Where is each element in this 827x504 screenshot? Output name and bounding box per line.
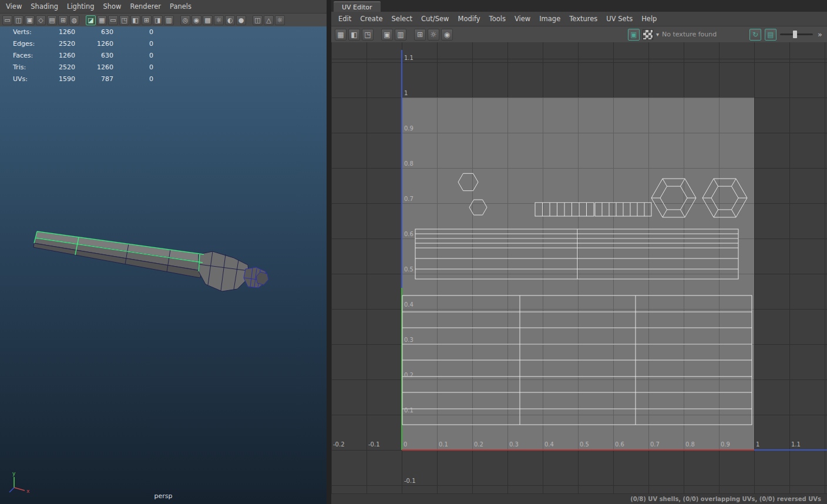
uv-grid-y-label: 0.7 <box>404 196 414 202</box>
uv-editor-toolbar: No texture found » <box>331 26 827 43</box>
uv-shell-body[interactable] <box>402 295 752 425</box>
hud-selected: 630 <box>75 50 113 62</box>
menu-lighting[interactable]: Lighting <box>67 2 94 11</box>
uv-editor-tab[interactable]: UV Editor <box>334 1 381 12</box>
hud-third: 0 <box>113 50 153 62</box>
expand-toolbar-icon[interactable]: » <box>816 30 823 39</box>
uv-grid-x-label: 0.3 <box>509 441 519 448</box>
uv-grid-x-label: 0.4 <box>544 441 554 448</box>
wireframe-display-icon[interactable] <box>180 15 190 25</box>
uv-editor-titlebar: UV Editor <box>331 0 827 12</box>
uv-shell-hex-small-1[interactable] <box>458 173 478 190</box>
uv-grid-x-label: 0.1 <box>439 441 448 448</box>
uv-shell-strip-2[interactable] <box>595 203 651 216</box>
image-controls: » <box>749 29 823 41</box>
panel-divider[interactable] <box>327 0 331 504</box>
uv-grid-x-label: 1.1 <box>791 441 801 448</box>
uv-shell-hex-small-2[interactable] <box>469 200 487 215</box>
uv-canvas[interactable]: (0/8) UV shells, (0/0) overlapping UVs, … <box>331 42 827 504</box>
uv-snapshot-icon[interactable] <box>441 29 453 41</box>
menu-uv-view[interactable]: View <box>515 15 530 23</box>
isolate-select-icon[interactable] <box>264 15 274 25</box>
uv-shell-stats: (0/8) UV shells, (0/0) overlapping UVs, … <box>630 496 821 502</box>
hud-label: Faces: <box>13 50 49 62</box>
film-gate-icon[interactable] <box>108 15 118 25</box>
menu-renderer[interactable]: Renderer <box>130 2 162 11</box>
textured-display-icon[interactable] <box>203 15 213 25</box>
border-edges-icon[interactable] <box>381 29 393 41</box>
hud-total: 1260 <box>49 50 75 62</box>
texture-borders-icon[interactable] <box>395 29 406 41</box>
uv-shell-nut-2[interactable] <box>702 179 747 217</box>
menu-show[interactable]: Show <box>103 2 122 11</box>
select-camera-icon[interactable] <box>2 15 12 25</box>
menu-textures[interactable]: Textures <box>569 15 597 23</box>
refresh-image-icon[interactable] <box>749 29 761 41</box>
uv-grid-x-label: -0.1 <box>368 441 380 448</box>
grid-toggle-icon[interactable] <box>97 15 107 25</box>
menu-select[interactable]: Select <box>392 15 412 23</box>
uv-grid-y-label: -0.1 <box>404 478 416 484</box>
menu-panels[interactable]: Panels <box>170 2 191 11</box>
exposure-icon[interactable] <box>275 15 285 25</box>
texture-status-label: No texture found <box>662 31 731 38</box>
display-image-icon[interactable] <box>628 29 640 41</box>
shaded-uv-icon[interactable] <box>428 29 439 41</box>
uv-grid-y-label: 0.9 <box>404 125 414 132</box>
uv-shell-strip-1[interactable] <box>535 203 594 216</box>
checker-pattern-icon[interactable] <box>643 29 653 40</box>
shadows-icon[interactable] <box>225 15 235 25</box>
axis-y-label: y <box>12 471 16 476</box>
camera-name-label: persp <box>0 492 327 500</box>
hud-total: 2520 <box>49 38 75 50</box>
hud-selected: 787 <box>75 73 113 85</box>
image-dim-slider[interactable] <box>780 33 813 35</box>
lock-camera-icon[interactable] <box>14 15 23 25</box>
resolution-gate-icon[interactable] <box>119 15 129 25</box>
camera-attributes-icon[interactable] <box>25 15 35 25</box>
pixel-grid-icon[interactable] <box>414 29 426 41</box>
smooth-shade-icon[interactable] <box>191 15 201 25</box>
model-ferrule[interactable] <box>199 251 249 291</box>
uv-status-bar: (0/8) UV shells, (0/0) overlapping UVs, … <box>331 493 827 504</box>
safe-title-icon[interactable] <box>164 15 174 25</box>
image-plane-icon[interactable] <box>47 15 57 25</box>
uv-grid-x-label: 0 <box>404 441 407 448</box>
grease-pencil-icon[interactable] <box>86 15 96 25</box>
uv-grid-x-label: 0.7 <box>650 441 660 448</box>
image-ratio-icon[interactable] <box>765 29 776 41</box>
menu-cut-sew[interactable]: Cut/Sew <box>421 15 449 23</box>
uv-grid-y-label: 0.3 <box>404 337 414 343</box>
menu-edit[interactable]: Edit <box>338 15 351 23</box>
slider-handle[interactable] <box>793 31 797 38</box>
stack-shells-icon[interactable] <box>348 29 360 41</box>
use-all-lights-icon[interactable] <box>214 15 224 25</box>
menu-shading[interactable]: Shading <box>31 2 58 11</box>
orient-shells-icon[interactable] <box>362 29 374 41</box>
menu-tools[interactable]: Tools <box>489 15 506 23</box>
xray-icon[interactable] <box>253 15 263 25</box>
menu-help[interactable]: Help <box>641 15 657 23</box>
model-wireframe[interactable] <box>0 26 327 504</box>
gate-mask-icon[interactable] <box>130 15 140 25</box>
field-chart-icon[interactable] <box>142 15 152 25</box>
bookmarks-icon[interactable] <box>36 15 46 25</box>
uv-shell-nut-1[interactable] <box>651 179 696 217</box>
safe-action-icon[interactable] <box>153 15 163 25</box>
hud-label: Verts: <box>13 26 49 38</box>
persp-viewport[interactable]: Verts: 1260 630 0 Edges: 2520 1260 0 Fac… <box>0 26 327 504</box>
menu-image[interactable]: Image <box>539 15 560 23</box>
tile-layout-icon[interactable] <box>335 29 347 41</box>
menu-modify[interactable]: Modify <box>458 15 480 23</box>
texture-dropdown-caret[interactable] <box>656 31 659 38</box>
uv-grid-y-label: 1.1 <box>404 55 414 61</box>
hud-selected: 1260 <box>75 38 113 50</box>
menu-create[interactable]: Create <box>360 15 382 23</box>
ambient-occlusion-icon[interactable] <box>236 15 246 25</box>
pan-zoom-icon[interactable] <box>58 15 68 25</box>
uv-shell-band[interactable] <box>415 229 738 279</box>
oversampling-icon[interactable] <box>69 15 79 25</box>
menu-uv-sets[interactable]: UV Sets <box>606 15 633 23</box>
menu-view[interactable]: View <box>6 2 22 11</box>
poly-count-hud: Verts: 1260 630 0 Edges: 2520 1260 0 Fac… <box>13 26 153 85</box>
